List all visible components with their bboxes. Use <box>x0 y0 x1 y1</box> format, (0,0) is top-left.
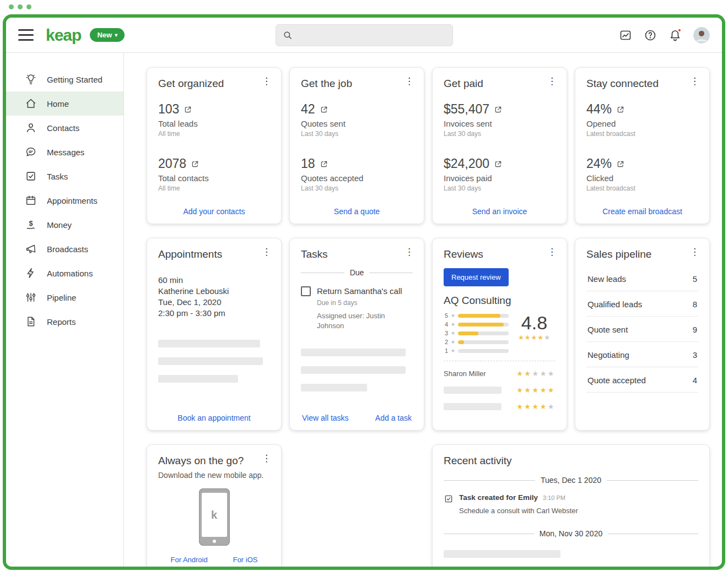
histogram-row: 2 ★ <box>444 339 509 345</box>
pipeline-stage-qualified-leads[interactable]: Qualified leads 8 <box>586 291 698 317</box>
hamburger-menu-icon[interactable] <box>18 29 34 41</box>
sidebar-item-broadcasts[interactable]: Broadcasts <box>6 237 123 261</box>
stage-count: 8 <box>693 300 697 309</box>
skeleton-placeholder <box>444 387 501 394</box>
sidebar-item-tasks[interactable]: Tasks <box>6 164 123 188</box>
metric-quotes-sent: 42 Quotes sent Last 30 days <box>301 102 413 138</box>
user-avatar[interactable] <box>693 27 710 43</box>
external-link-icon[interactable] <box>617 160 624 168</box>
app-window: keap New ▾ <box>3 14 725 570</box>
add-task-link[interactable]: Add a task <box>375 414 412 422</box>
pipeline-stage-quote-accepted[interactable]: Quote accepted 4 <box>586 367 698 393</box>
review-row: Sharon Miller ★★★★★ <box>444 369 556 378</box>
sidebar-item-money[interactable]: $ Money <box>6 213 123 237</box>
kebab-menu-icon[interactable]: ⋮ <box>686 245 704 259</box>
sidebar-item-messages[interactable]: Messages <box>6 140 123 164</box>
pipeline-stage-quote-sent[interactable]: Quote sent 9 <box>586 317 698 342</box>
appointment-date: Tue, Dec 1, 2020 <box>158 297 270 308</box>
request-review-button[interactable]: Request review <box>444 268 509 286</box>
external-link-icon[interactable] <box>191 160 199 168</box>
appointment-details[interactable]: 60 min Katherine Lebouski Tue, Dec 1, 20… <box>158 275 270 319</box>
kebab-menu-icon[interactable]: ⋮ <box>543 74 561 88</box>
external-link-icon[interactable] <box>617 106 624 113</box>
analytics-icon[interactable] <box>619 29 632 42</box>
card-get-the-job: Get the job ⋮ 42 Quotes sent Last 30 day… <box>289 67 424 224</box>
sidebar-item-contacts[interactable]: Contacts <box>6 116 123 140</box>
metric-clicked: 24% Clicked Latest broadcast <box>586 156 698 192</box>
sidebar-item-automations[interactable]: Automations <box>6 261 123 285</box>
sidebar-item-label: Pipeline <box>47 293 76 302</box>
pipeline-stage-negotiating[interactable]: Negotiating 3 <box>586 342 698 367</box>
sidebar-item-home[interactable]: Home <box>6 91 123 116</box>
card-mobile-app: Always on the go? ⋮ Download the new mob… <box>147 444 282 567</box>
kebab-menu-icon[interactable]: ⋮ <box>400 245 418 259</box>
metric-total-leads: 103 Total leads All time <box>158 102 270 138</box>
ios-download-link[interactable]: For iOS <box>233 556 258 564</box>
external-link-icon[interactable] <box>320 160 328 168</box>
android-download-link[interactable]: For Android <box>171 556 208 564</box>
calendar-icon <box>25 194 37 206</box>
sidebar-item-appointments[interactable]: Appointments <box>6 188 123 213</box>
create-broadcast-link[interactable]: Create email broadcast <box>575 207 709 216</box>
search-icon <box>283 30 293 40</box>
card-get-organized: Get organized ⋮ 103 Total leads All time… <box>147 67 282 224</box>
reviewer-stars: ★★★★★ <box>516 403 556 411</box>
divider <box>444 361 556 361</box>
mobile-links: For Android For iOS <box>158 556 270 564</box>
kebab-menu-icon[interactable]: ⋮ <box>257 245 276 259</box>
reviewer-name: Sharon Miller <box>444 369 486 378</box>
send-invoice-link[interactable]: Send an invoice <box>433 207 567 216</box>
skeleton-placeholder <box>444 550 560 558</box>
histogram-row: 5 ★ <box>444 312 509 319</box>
keap-logo[interactable]: keap <box>46 27 81 43</box>
star-icon: ★ <box>451 348 455 354</box>
rating-histogram: 5 ★ 4 ★ 3 ★ <box>444 312 556 356</box>
card-title: Get paid <box>444 78 556 90</box>
search-input[interactable] <box>298 30 446 40</box>
traffic-lights <box>9 4 31 9</box>
sidebar-item-reports[interactable]: Reports <box>6 309 123 334</box>
traffic-light-icon <box>26 4 31 9</box>
star-icon: ★ <box>451 330 455 336</box>
external-link-icon[interactable] <box>494 160 502 168</box>
sidebar-item-pipeline[interactable]: Pipeline <box>6 285 123 309</box>
phone-illustration: k <box>199 488 230 546</box>
star-icon: ★ <box>451 339 455 345</box>
pipeline-stage-new-leads[interactable]: New leads 5 <box>586 266 698 291</box>
task-row[interactable]: Return Samantha's call <box>301 286 413 296</box>
task-checkbox[interactable] <box>301 286 311 296</box>
sidebar-item-label: Reports <box>47 317 76 327</box>
new-button[interactable]: New ▾ <box>90 28 125 42</box>
add-contacts-link[interactable]: Add your contacts <box>147 207 281 216</box>
kebab-menu-icon[interactable]: ⋮ <box>257 74 276 88</box>
reviewer-stars: ★★★★★ <box>516 369 556 378</box>
sidebar-item-label: Appointments <box>47 196 98 205</box>
help-icon[interactable] <box>644 29 657 42</box>
lightbulb-icon <box>25 73 37 85</box>
external-link-icon[interactable] <box>494 106 502 113</box>
kebab-menu-icon[interactable]: ⋮ <box>543 245 561 259</box>
view-all-tasks-link[interactable]: View all tasks <box>302 414 349 422</box>
main-content: Get organized ⋮ 103 Total leads All time… <box>124 53 722 567</box>
kebab-menu-icon[interactable]: ⋮ <box>400 74 418 88</box>
notification-dot <box>677 28 682 32</box>
activity-date-divider: Mon, Nov 30 2020 <box>444 529 698 538</box>
card-get-paid: Get paid ⋮ $55,407 Invoices sent Last 30… <box>432 67 567 224</box>
kebab-menu-icon[interactable]: ⋮ <box>257 452 276 465</box>
activity-item[interactable]: Task created for Emily 3:10 PM Schedule … <box>444 493 698 515</box>
keap-k-glyph: k <box>211 509 217 521</box>
report-document-icon <box>25 316 37 328</box>
card-reviews: Reviews ⋮ Request review AQ Consulting 5… <box>432 238 567 431</box>
book-appointment-link[interactable]: Book an appointment <box>147 414 281 422</box>
metric-invoices-sent: $55,407 Invoices sent Last 30 days <box>444 102 556 138</box>
external-link-icon[interactable] <box>320 106 328 113</box>
kebab-menu-icon[interactable]: ⋮ <box>686 74 704 88</box>
chevron-down-icon: ▾ <box>115 32 117 38</box>
external-link-icon[interactable] <box>184 106 192 113</box>
search-bar[interactable] <box>276 24 453 46</box>
sidebar-item-getting-started[interactable]: Getting Started <box>6 67 123 91</box>
stage-count: 4 <box>693 376 697 385</box>
sidebar-item-label: Contacts <box>47 123 79 133</box>
send-quote-link[interactable]: Send a quote <box>290 207 424 216</box>
notifications-bell-icon[interactable] <box>668 29 682 42</box>
